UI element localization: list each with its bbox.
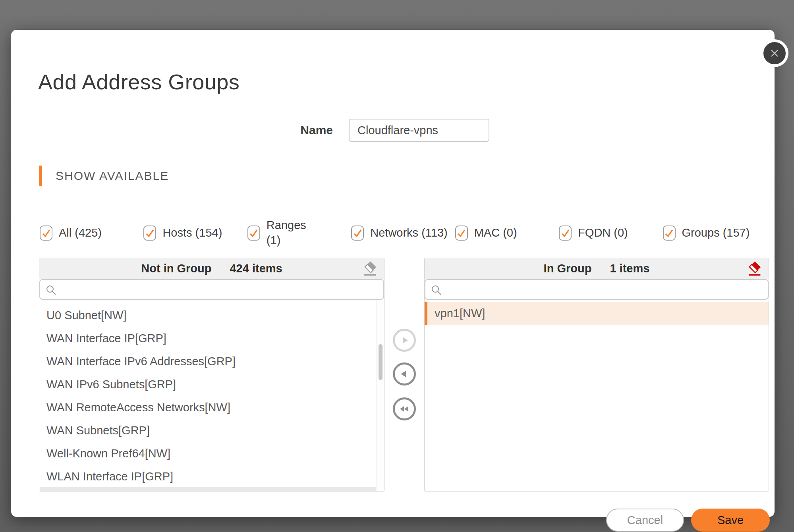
- eraser-icon: [362, 260, 377, 276]
- list-item[interactable]: Well-Known Pref64[NW]: [39, 442, 377, 465]
- check-icon: [664, 228, 674, 238]
- filter-label: FQDN (0): [578, 226, 628, 241]
- list-item[interactable]: WAN RemoteAccess Networks[NW]: [39, 396, 377, 419]
- move-left-button[interactable]: [393, 362, 416, 386]
- filter-checkbox-item[interactable]: MAC (0): [455, 226, 559, 241]
- double-arrow-left-icon: [398, 403, 411, 415]
- list-item-label: WLAN Interface IP[GRP]: [46, 470, 173, 483]
- checkbox[interactable]: [455, 226, 468, 241]
- list-item[interactable]: WLAN Interface IP[GRP]: [39, 465, 377, 488]
- section-accent-bar: [39, 166, 42, 186]
- arrow-right-icon: [398, 334, 410, 346]
- name-input[interactable]: [349, 119, 489, 142]
- arrow-left-icon: [398, 368, 410, 380]
- dialog-title: Add Address Groups: [38, 69, 240, 94]
- filter-label: Groups (157): [682, 226, 750, 241]
- close-button[interactable]: [761, 39, 788, 67]
- clear-not-in-group-button[interactable]: [362, 260, 378, 277]
- checkbox[interactable]: [351, 226, 364, 241]
- checkbox[interactable]: [663, 226, 676, 241]
- not-in-group-list: U0 Subnet[NW] WAN Interface IP[GRP] WAN …: [39, 300, 377, 491]
- filter-label: Networks (113): [370, 226, 447, 241]
- search-input[interactable]: [40, 280, 383, 299]
- list-item-label: WAN Subnets[GRP]: [46, 424, 150, 437]
- filter-label: Ranges (1): [267, 218, 317, 248]
- search-icon: [46, 285, 57, 296]
- close-icon: [769, 47, 780, 59]
- list-item[interactable]: WAN Interface IP[GRP]: [39, 327, 377, 350]
- list-item-partial: [39, 300, 377, 304]
- in-group-panel: In Group 1 items: [424, 258, 769, 492]
- list-item[interactable]: U0 Subnet[NW]: [39, 304, 377, 327]
- filter-checkbox-item[interactable]: Groups (157): [663, 226, 767, 241]
- filter-checkbox-item[interactable]: Networks (113): [351, 226, 455, 241]
- check-icon: [145, 228, 155, 238]
- search-icon: [431, 285, 442, 296]
- panel-title: Not in Group: [141, 262, 211, 275]
- list-item-label: vpn1[NW]: [435, 307, 485, 320]
- list-item[interactable]: WAN Subnets[GRP]: [39, 419, 377, 442]
- clear-in-group-button[interactable]: [746, 260, 762, 277]
- filter-label: All (425): [59, 226, 102, 241]
- vertical-scrollbar[interactable]: [377, 300, 384, 491]
- cancel-button[interactable]: Cancel: [606, 509, 684, 532]
- checkbox[interactable]: [40, 226, 52, 241]
- checkbox[interactable]: [559, 226, 572, 241]
- in-group-header: In Group 1 items: [425, 258, 769, 279]
- show-available-section: SHOW AVAILABLE: [39, 166, 169, 186]
- list-item-label: WAN Interface IPv6 Addresses[GRP]: [46, 355, 236, 368]
- not-in-group-search: [39, 279, 384, 300]
- filter-checkbox-item[interactable]: Ranges (1): [247, 218, 351, 248]
- in-group-search: [425, 279, 769, 300]
- checkbox[interactable]: [247, 226, 260, 241]
- filter-checkbox-row: All (425) Hosts (154): [40, 213, 767, 253]
- horizontal-scrollbar[interactable]: [40, 487, 376, 491]
- name-field-row: Name: [265, 119, 489, 142]
- selected-list-item[interactable]: vpn1[NW]: [425, 302, 769, 325]
- not-in-group-header: Not in Group 424 items: [39, 258, 384, 279]
- filter-checkbox-item[interactable]: Hosts (154): [143, 226, 247, 241]
- section-heading: SHOW AVAILABLE: [56, 169, 169, 183]
- check-icon: [353, 228, 363, 238]
- list-item-label: WAN IPv6 Subnets[GRP]: [46, 378, 176, 391]
- list-item-label: WAN RemoteAccess Networks[NW]: [46, 401, 230, 414]
- panel-title: In Group: [544, 262, 592, 275]
- check-icon: [560, 228, 570, 238]
- not-in-group-panel: Not in Group 424 items: [39, 258, 384, 492]
- name-label: Name: [265, 123, 333, 137]
- filter-label: MAC (0): [474, 226, 517, 241]
- check-icon: [456, 228, 466, 238]
- check-icon: [249, 228, 259, 238]
- save-button[interactable]: Save: [691, 509, 770, 532]
- checkbox[interactable]: [143, 226, 156, 241]
- panel-item-count: 1 items: [610, 262, 649, 275]
- move-all-left-button[interactable]: [393, 397, 416, 420]
- filter-label: Hosts (154): [162, 226, 222, 241]
- list-item-label: WAN Interface IP[GRP]: [46, 332, 166, 345]
- list-item[interactable]: WAN IPv6 Subnets[GRP]: [39, 373, 377, 396]
- list-item[interactable]: WAN Interface IPv6 Addresses[GRP]: [39, 350, 377, 373]
- move-right-button[interactable]: [393, 329, 416, 352]
- modal-backdrop: Add Address Groups Name SHOW AVAILABLE A…: [0, 0, 794, 532]
- add-address-groups-dialog: Add Address Groups Name SHOW AVAILABLE A…: [11, 30, 775, 517]
- eraser-icon: [747, 260, 762, 276]
- scrollbar-thumb[interactable]: [379, 344, 383, 380]
- panel-item-count: 424 items: [230, 262, 282, 275]
- list-item-label: Well-Known Pref64[NW]: [46, 447, 170, 460]
- filter-checkbox-item[interactable]: FQDN (0): [559, 226, 663, 241]
- list-item-label: U0 Subnet[NW]: [46, 309, 126, 322]
- check-icon: [41, 228, 51, 238]
- search-input[interactable]: [425, 280, 768, 299]
- in-group-list: vpn1[NW]: [425, 300, 769, 491]
- filter-checkbox-item[interactable]: All (425): [40, 226, 143, 241]
